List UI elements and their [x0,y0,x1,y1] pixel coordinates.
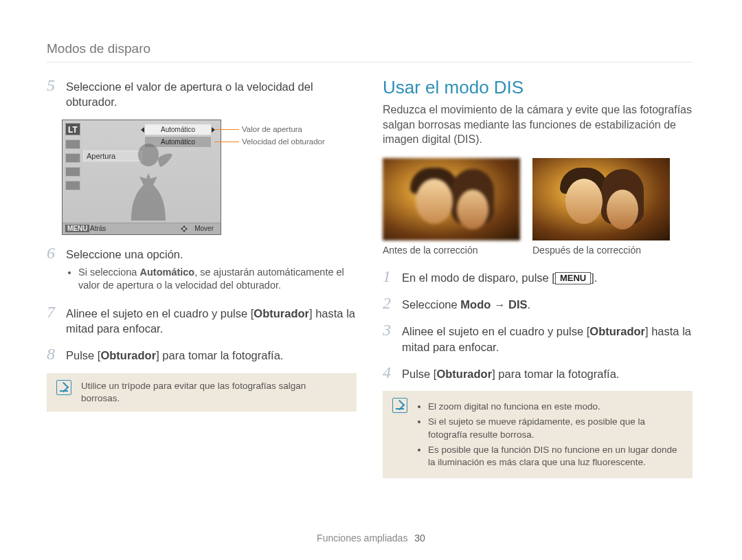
step-number: 3 [383,322,395,355]
photo-before [383,158,520,240]
text: ]. [591,271,597,284]
camera-lcd: LT Automático Automático Apertura MENU A… [62,120,221,235]
page-title: Modos de disparo [47,41,150,56]
lcd-move-label: Mover [194,225,214,232]
bold-text: Obturador [254,307,309,320]
step-number: 4 [383,364,395,381]
text: Pulse [ [66,349,100,361]
step-number: 6 [47,245,59,294]
subject-silhouette-icon [117,139,179,222]
page-number: 30 [414,533,425,544]
lcd-side-icon [65,181,80,190]
text: . [527,298,530,311]
bold-text: Obturador [436,368,492,380]
bold-text: Obturador [589,325,645,337]
step-number: 7 [47,304,59,337]
text: ] para tomar la fotografía. [156,349,283,361]
step-5: 5 Seleccione el valor de apertura o la v… [47,77,357,110]
step-1: 1 En el modo de disparo, pulse [MENU]. [383,268,693,285]
step-number: 2 [383,295,395,312]
tip-box: Utilice un trípode para evitar que las f… [47,373,357,412]
step-6: 6 Seleccione una opción. Si selecciona A… [47,245,357,294]
step-number: 1 [383,268,395,285]
step-text: Seleccione una opción. Si selecciona Aut… [66,245,357,294]
callout-aperture: Valor de apertura [242,125,302,133]
lcd-nav-icon [181,225,188,232]
lcd-side-icon [65,139,80,149]
caption-after: Después de la corrección [532,245,670,256]
lcd-figure: LT Automático Automático Apertura MENU A… [62,120,357,235]
step-text: Seleccione Modo → DIS. [402,295,530,312]
bold-text: Automático [139,267,194,278]
step-2: 2 Seleccione Modo → DIS. [383,295,693,312]
note-icon [56,380,71,395]
intro-paragraph: Reduzca el movimiento de la cámara y evi… [383,102,693,147]
text: Seleccione [402,298,460,311]
note-icon [392,398,407,413]
left-column: 5 Seleccione el valor de apertura o la v… [47,77,357,512]
footer-section: Funciones ampliadas [317,533,407,544]
mode-badge: LT [65,123,80,135]
step-text: Alinee el sujeto en el cuadro y pulse [O… [402,322,693,355]
step-text: Pulse [Obturador] para tomar la fotograf… [402,364,619,381]
text: En el modo de disparo, pulse [ [402,271,555,284]
text: Si selecciona [78,267,139,278]
tip-text: Utilice un trípode para evitar que las f… [81,380,347,405]
lcd-row-aperture: Automático [145,124,211,135]
text: ] para tomar la fotografía. [492,368,619,380]
caption-before: Antes de la corrección [383,245,520,256]
bold-text: Obturador [100,349,156,361]
text: Alinee el sujeto en el cuadro y pulse [ [402,325,589,337]
menu-key-icon: MENU [555,272,591,284]
step-8: 8 Pulse [Obturador] para tomar la fotogr… [47,346,357,363]
step-4: 4 Pulse [Obturador] para tomar la fotogr… [383,364,693,381]
tip-item: El zoom digital no funciona en este modo… [428,401,683,413]
comparison-row [383,158,693,240]
bold-text: Modo → DIS [460,298,527,311]
tip-list: El zoom digital no funciona en este modo… [417,398,683,471]
tip-item: Si el sujeto se mueve rápidamente, es po… [428,416,683,440]
tip-box: El zoom digital no funciona en este modo… [383,391,693,478]
right-column: Usar el modo DIS Reduzca el movimiento d… [383,77,693,512]
callout-line [214,142,239,142]
photo-after [532,158,670,240]
step-text: Pulse [Obturador] para tomar la fotograf… [66,346,283,363]
step-3: 3 Alinee el sujeto en el cuadro y pulse … [383,322,693,355]
text: Alinee el sujeto en el cuadro y pulse [ [66,307,254,320]
callout-line [214,129,239,130]
step-text: Seleccione el valor de apertura o la vel… [66,77,357,110]
lcd-side-icon [65,153,80,163]
section-heading: Usar el modo DIS [383,77,693,98]
page-footer: Funciones ampliadas 30 [0,533,742,544]
tip-item: Es posible que la función DIS no funcion… [428,444,683,469]
text: Pulse [ [402,368,436,380]
step-number: 8 [47,346,59,363]
header-rule [47,62,693,63]
lcd-side-icon [65,167,80,177]
lcd-back-label: Atrás [90,225,106,232]
step-text: Alinee el sujeto en el cuadro y pulse [O… [66,304,357,337]
step6-text: Seleccione una opción. [66,248,183,260]
photo-captions: Antes de la corrección Después de la cor… [383,245,693,256]
step-number: 5 [47,77,59,110]
step6-note: Si selecciona Automático, se ajustarán a… [78,266,357,293]
step-text: En el modo de disparo, pulse [MENU]. [402,268,597,285]
step-7: 7 Alinee el sujeto en el cuadro y pulse … [47,304,357,337]
lcd-menu-key: MENU [65,225,89,232]
callout-shutter: Velocidad del obturador [242,137,325,146]
